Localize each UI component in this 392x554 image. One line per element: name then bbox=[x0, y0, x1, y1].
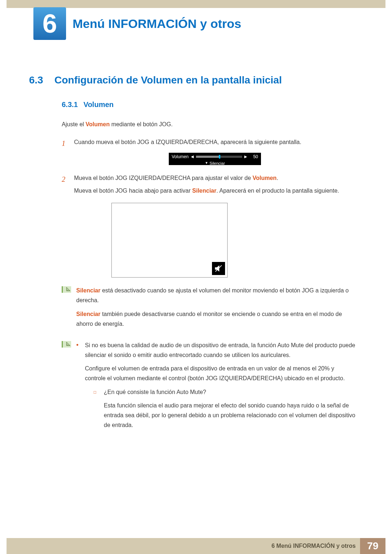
page-number: 79 bbox=[360, 538, 385, 554]
volume-slider bbox=[196, 156, 242, 158]
term-silenciar: Silenciar bbox=[76, 287, 101, 294]
term-volumen: Volumen bbox=[253, 175, 277, 181]
term-silenciar: Silenciar bbox=[192, 188, 217, 194]
term-volumen: Volumen bbox=[86, 121, 110, 127]
step-2: 2 Mueva el botón JOG IZQUIERDA/DERECHA p… bbox=[62, 173, 356, 278]
bullet-item: • Si no es buena la calidad de audio de … bbox=[76, 340, 356, 434]
section-title: Configuración de Volumen en la pantalla … bbox=[54, 74, 282, 86]
note2-bullet1-p1: Si no es buena la calidad de audio de un… bbox=[85, 340, 356, 360]
osd-mute-label: Silenciar bbox=[209, 160, 225, 167]
note2-sub-q: ¿En qué consiste la función Auto Mute? bbox=[104, 387, 356, 397]
top-accent-bar bbox=[7, 0, 385, 8]
chapter-header: 6 Menú INFORMACIÓN y otros bbox=[0, 7, 392, 40]
step-1: 1 Cuando mueva el botón JOG a IZQUIERDA/… bbox=[62, 137, 356, 167]
note-block-2: • Si no es buena la calidad de audio de … bbox=[62, 340, 356, 438]
note-icon bbox=[62, 340, 73, 438]
product-screen-illustration bbox=[111, 203, 228, 278]
osd-volume-label: Volumen bbox=[172, 153, 189, 160]
chapter-number: 6 bbox=[42, 9, 57, 38]
note1-p1: Silenciar está desactivado cuando se aju… bbox=[76, 286, 356, 305]
arrow-down-icon: ▼ bbox=[205, 160, 208, 166]
step1-text: Cuando mueva el botón JOG a IZQUIERDA/DE… bbox=[74, 137, 356, 147]
sub-bullet-icon: □ bbox=[94, 387, 104, 434]
page-footer: 6 Menú INFORMACIÓN y otros 79 bbox=[7, 538, 385, 554]
step-number: 2 bbox=[62, 173, 74, 278]
bullet-icon: • bbox=[76, 340, 85, 434]
chapter-title: Menú INFORMACIÓN y otros bbox=[73, 17, 241, 31]
note-icon bbox=[62, 286, 73, 332]
volume-osd: Volumen ◀ ▶ 50 ▼ Silenciar bbox=[169, 153, 261, 165]
subsection-number: 6.3.1 bbox=[62, 100, 78, 108]
footer-chapter-label: 6 Menú INFORMACIÓN y otros bbox=[271, 543, 356, 549]
subsection-heading: 6.3.1 Volumen bbox=[62, 100, 356, 109]
section-number: 6.3 bbox=[25, 74, 54, 86]
note1-p2: Silenciar también puede desactivarse cua… bbox=[76, 309, 356, 329]
step2-p1: Mueva el botón JOG IZQUIERDA/DERECHA par… bbox=[74, 173, 356, 183]
arrow-left-icon: ◀ bbox=[191, 153, 194, 160]
note2-bullet1-p2: Configure el volumen de entrada para el … bbox=[85, 364, 356, 383]
step-number: 1 bbox=[62, 137, 74, 167]
intro-paragraph: Ajuste el Volumen mediante el botón JOG. bbox=[62, 120, 356, 129]
section-heading: 6.3 Configuración de Volumen en la panta… bbox=[25, 74, 356, 86]
subsection-title: Volumen bbox=[83, 100, 114, 108]
step2-p2: Mueva el botón JOG hacia abajo para acti… bbox=[74, 186, 356, 196]
chapter-number-badge: 6 bbox=[33, 7, 66, 40]
sub-bullet-item: □ ¿En qué consiste la función Auto Mute?… bbox=[94, 387, 356, 434]
note2-sub-a: Esta función silencia el audio para mejo… bbox=[104, 401, 356, 430]
mute-icon bbox=[212, 262, 225, 275]
arrow-right-icon: ▶ bbox=[244, 153, 247, 160]
term-silenciar: Silenciar bbox=[76, 311, 101, 317]
note-block-1: Silenciar está desactivado cuando se aju… bbox=[62, 286, 356, 332]
osd-volume-value: 50 bbox=[249, 153, 258, 160]
